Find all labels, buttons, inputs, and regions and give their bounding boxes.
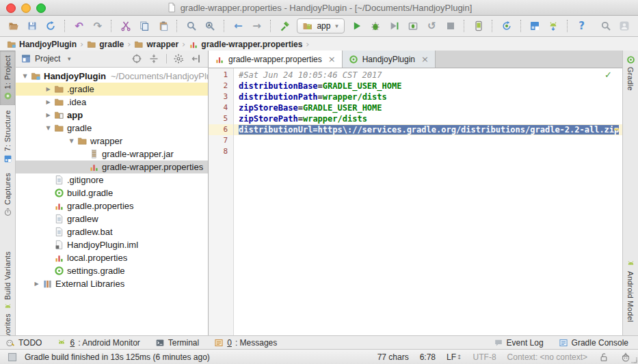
gear-icon[interactable]	[172, 52, 186, 66]
toolwindow-todo-icon	[5, 338, 15, 348]
tool-stripe-button[interactable]: 1: Project	[0, 51, 15, 105]
collapse-all-icon[interactable]	[147, 52, 161, 66]
encoding-value[interactable]: UTF-8	[473, 352, 496, 362]
tool-stripe-button[interactable]: 7: Structure	[0, 105, 15, 167]
tree-item[interactable]: .gitignore	[16, 173, 208, 186]
tree-item[interactable]: ▶app	[16, 109, 208, 122]
find-in-path-icon[interactable]	[203, 18, 216, 33]
tool-window-switcher-icon[interactable]	[7, 352, 18, 363]
code-line[interactable]: distributionBase=GRADLE_USER_HOME	[234, 81, 622, 92]
close-tab-icon[interactable]: ×	[421, 55, 429, 64]
search-everywhere-icon[interactable]	[599, 18, 612, 33]
chevron-collapsed-icon[interactable]: ▶	[43, 112, 53, 118]
debug-icon[interactable]	[369, 18, 382, 33]
chevron-down-icon[interactable]: ▼	[66, 56, 72, 62]
sync-icon[interactable]	[44, 18, 57, 33]
line-ending-selector[interactable]: LF ↕	[447, 352, 462, 362]
tree-item[interactable]: gradle-wrapper.properties	[16, 160, 208, 173]
tool-stripe-button[interactable]: Android Model	[623, 255, 638, 327]
redo-icon[interactable]: ↷	[91, 18, 104, 33]
run-with-coverage-icon[interactable]	[388, 18, 401, 33]
save-icon[interactable]	[25, 18, 38, 33]
tree-item[interactable]: build.gradle	[16, 186, 208, 199]
run-icon[interactable]	[350, 18, 363, 33]
breadcrumb-item[interactable]: HandjoyPlugin	[7, 40, 77, 49]
tool-window-button[interactable]: Gradle Console	[559, 338, 628, 348]
chevron-expanded-icon[interactable]: ▼	[66, 138, 77, 144]
gradle-sync-icon[interactable]	[500, 18, 513, 33]
cut-icon[interactable]	[119, 18, 132, 33]
toolbar-separator	[567, 20, 568, 32]
tree-item[interactable]: ▶.gradle	[16, 83, 208, 96]
editor-tab[interactable]: gradle-wrapper.properties×	[209, 51, 343, 68]
chevron-expanded-icon[interactable]: ▼	[20, 73, 30, 79]
code-line[interactable]: zipStoreBase=GRADLE_USER_HOME	[234, 102, 622, 113]
stop-icon[interactable]	[444, 18, 457, 33]
chevron-collapsed-icon[interactable]: ▶	[31, 281, 42, 287]
run-config-selector[interactable]: app ▼	[297, 18, 345, 33]
zoom-window-button[interactable]	[36, 3, 46, 13]
code-line[interactable]: zipStorePath=wrapper/dists	[234, 113, 622, 124]
undo-icon[interactable]: ↶	[72, 18, 85, 33]
tool-window-button[interactable]: 6: Android Monitor	[57, 338, 139, 348]
tree-item[interactable]: settings.gradle	[16, 264, 208, 277]
open-icon[interactable]	[7, 18, 20, 33]
copy-icon[interactable]	[138, 18, 151, 33]
editor-code[interactable]: #Sat Jun 24 10:05:46 CST 2017distributio…	[234, 68, 622, 335]
tool-window-button[interactable]: Event Log	[494, 338, 544, 348]
tree-item[interactable]: ▶.idea	[16, 96, 208, 109]
tool-window-button[interactable]: TODO	[5, 338, 42, 348]
tree-item[interactable]: ▶External Libraries	[16, 277, 208, 290]
sdk-manager-icon[interactable]	[547, 18, 560, 33]
chevron-expanded-icon[interactable]: ▼	[43, 125, 53, 131]
user-avatar-icon[interactable]	[618, 18, 631, 33]
tree-item[interactable]: ▼HandjoyPlugin~/Documents/HandjoyPlugin	[16, 70, 208, 83]
code-line[interactable]: distributionPath=wrapper/dists	[234, 92, 622, 102]
avd-manager-icon[interactable]	[472, 18, 485, 33]
tool-stripe-button[interactable]: Favorites	[0, 309, 15, 335]
chevron-collapsed-icon[interactable]: ▶	[43, 99, 53, 105]
close-window-button[interactable]	[6, 3, 16, 13]
breadcrumb-item[interactable]: gradle	[87, 40, 124, 49]
hide-panel-icon[interactable]	[189, 52, 203, 66]
tree-item[interactable]: gradle.properties	[16, 199, 208, 212]
tree-item[interactable]: gradle-wrapper.jar	[16, 148, 208, 160]
minimize-window-button[interactable]	[21, 3, 31, 13]
tree-item[interactable]: ▼wrapper	[16, 135, 208, 148]
breadcrumb-item[interactable]: wrapper	[134, 40, 178, 49]
tree-item[interactable]: ▼gradle	[16, 122, 208, 135]
paste-icon[interactable]	[157, 18, 170, 33]
tool-window-button[interactable]: 0: Messages	[214, 338, 277, 348]
lock-icon[interactable]	[598, 352, 609, 363]
code-line[interactable]: distributionUrl=https\://services.gradle…	[234, 124, 622, 135]
rerun-icon[interactable]: ↺	[425, 18, 438, 33]
tree-item[interactable]: local.properties	[16, 251, 208, 264]
tree-item[interactable]: gradlew	[16, 212, 208, 225]
tool-stripe-button[interactable]: Captures	[0, 168, 15, 221]
code-line[interactable]	[234, 135, 622, 146]
caret-position[interactable]: 6:78	[420, 352, 436, 362]
project-panel-title[interactable]: Project	[35, 54, 60, 64]
scroll-to-source-icon[interactable]	[130, 52, 144, 66]
tree-item[interactable]: HandjoyPlugin.iml	[16, 238, 208, 251]
project-structure-icon[interactable]	[529, 18, 542, 33]
tool-window-button[interactable]: Terminal	[155, 338, 199, 348]
tool-window-mnemonic: 0	[227, 338, 232, 348]
forward-icon[interactable]: →	[250, 18, 263, 33]
code-line[interactable]	[234, 146, 622, 157]
breadcrumb-item[interactable]: gradle-wrapper.properties	[189, 40, 302, 49]
editor-tab[interactable]: HandjoyPlugin×	[343, 51, 436, 68]
context-value[interactable]: Context: <no context>	[507, 352, 587, 362]
build-icon[interactable]	[278, 18, 291, 33]
find-icon[interactable]	[185, 18, 198, 33]
code-line[interactable]: #Sat Jun 24 10:05:46 CST 2017	[234, 70, 622, 81]
resize-grip[interactable]	[629, 355, 637, 363]
close-tab-icon[interactable]: ×	[328, 55, 336, 64]
tree-item[interactable]: gradlew.bat	[16, 225, 208, 238]
back-icon[interactable]: ←	[232, 18, 245, 33]
chevron-collapsed-icon[interactable]: ▶	[43, 86, 53, 92]
attach-debugger-icon[interactable]	[406, 18, 419, 33]
tool-stripe-button[interactable]: Gradle	[623, 51, 638, 96]
help-icon[interactable]: ?	[575, 18, 588, 33]
tool-stripe-button[interactable]: Build Variants	[0, 247, 15, 316]
